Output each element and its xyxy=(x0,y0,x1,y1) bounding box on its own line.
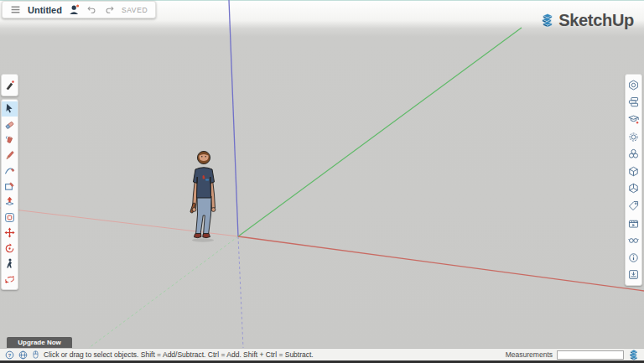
eraser-icon xyxy=(4,119,15,130)
panel-views[interactable] xyxy=(626,180,641,198)
drawing-axes xyxy=(0,0,644,348)
tool-offset[interactable] xyxy=(2,210,18,226)
green-axis-negative xyxy=(89,236,238,348)
document-toolbar: Untitled SAVED xyxy=(2,1,156,18)
display-glasses-icon xyxy=(628,235,639,246)
blue-axis-negative xyxy=(238,236,243,348)
panel-materials[interactable] xyxy=(626,145,641,163)
tool-move[interactable] xyxy=(2,226,18,241)
tool-eraser[interactable] xyxy=(2,117,18,132)
outliner-icon xyxy=(628,96,639,107)
avatar-icon xyxy=(69,4,80,15)
status-hint-text: Click or drag to select objects. Shift =… xyxy=(44,350,314,359)
sketchup-logo: SketchUp xyxy=(540,11,634,30)
push-pull-icon xyxy=(4,196,15,207)
panel-model-info[interactable] xyxy=(626,249,641,267)
tool-push-pull[interactable] xyxy=(2,194,18,210)
offset-tool-icon xyxy=(4,212,15,223)
mouse-icon xyxy=(32,350,39,360)
help-icon: ? xyxy=(5,350,14,360)
panel-instructor[interactable] xyxy=(626,111,641,128)
model-info-icon xyxy=(628,252,639,263)
scenes-icon xyxy=(628,218,639,229)
upgrade-now-button[interactable]: Upgrade Now xyxy=(7,337,72,348)
green-axis xyxy=(238,28,522,236)
status-bar: ? Click or drag to select objects. Shift… xyxy=(0,348,644,360)
panel-scenes[interactable] xyxy=(626,215,641,232)
rotate-tool-icon xyxy=(4,243,15,254)
svg-text:?: ? xyxy=(8,351,12,357)
select-arrow-icon xyxy=(4,103,15,114)
save-status: SAVED xyxy=(122,6,148,14)
undo-icon xyxy=(86,5,97,15)
mouse-hints-button[interactable] xyxy=(32,350,39,360)
arc-tool-icon xyxy=(4,165,15,176)
hamburger-icon xyxy=(10,4,21,15)
tool-walk[interactable] xyxy=(2,257,18,272)
walk-tool-icon xyxy=(4,258,15,269)
styles-icon xyxy=(628,132,639,143)
3d-viewport[interactable] xyxy=(0,0,644,348)
sketchup-mini-logo-icon xyxy=(628,350,639,360)
measurements-input[interactable] xyxy=(557,350,624,360)
components-icon xyxy=(628,166,639,177)
undo-button[interactable] xyxy=(86,5,97,15)
menu-button[interactable] xyxy=(10,4,21,15)
tool-arc[interactable] xyxy=(2,163,18,179)
red-axis xyxy=(238,236,644,291)
sketchup-logo-text: SketchUp xyxy=(558,11,634,30)
entity-info-icon xyxy=(628,80,639,91)
redo-button[interactable] xyxy=(104,5,115,15)
orbit-tool-icon xyxy=(4,274,15,285)
panel-outliner[interactable] xyxy=(626,94,641,111)
panel-styles[interactable] xyxy=(626,128,641,146)
account-button[interactable] xyxy=(69,4,80,15)
right-panel-rail xyxy=(625,74,642,286)
3d-warehouse-icon xyxy=(628,269,639,280)
person-scale-figure[interactable] xyxy=(184,148,224,243)
panel-tags[interactable] xyxy=(626,197,641,215)
tool-select[interactable] xyxy=(2,101,18,117)
line-pencil-icon xyxy=(4,150,15,161)
move-tool-icon xyxy=(4,227,15,238)
panel-display[interactable] xyxy=(626,231,641,249)
panel-entity-info[interactable] xyxy=(626,76,641,94)
tags-icon xyxy=(628,200,639,211)
paint-bucket-icon xyxy=(4,134,15,145)
document-title[interactable]: Untitled xyxy=(28,5,62,15)
language-button[interactable] xyxy=(18,350,28,360)
redo-icon xyxy=(104,5,115,15)
tool-paint[interactable] xyxy=(2,132,18,148)
search-tool-icon xyxy=(4,80,15,91)
tool-search[interactable] xyxy=(2,77,18,93)
sketchup-logo-mark-icon xyxy=(540,13,554,28)
tool-rotate[interactable] xyxy=(2,241,18,257)
measurements-label: Measurements xyxy=(506,350,553,359)
panel-components[interactable] xyxy=(626,163,641,180)
tool-rectangle[interactable] xyxy=(2,179,18,194)
rectangle-tool-icon xyxy=(4,181,15,192)
views-icon xyxy=(628,183,639,194)
left-tool-rail xyxy=(1,74,18,290)
tool-orbit[interactable] xyxy=(2,272,18,288)
panel-3d-warehouse[interactable] xyxy=(626,267,641,284)
help-button[interactable]: ? xyxy=(5,350,14,360)
globe-icon xyxy=(18,350,28,360)
instructor-icon xyxy=(628,114,639,125)
blue-axis xyxy=(229,0,238,236)
materials-icon xyxy=(628,148,639,159)
tool-line[interactable] xyxy=(2,148,18,163)
